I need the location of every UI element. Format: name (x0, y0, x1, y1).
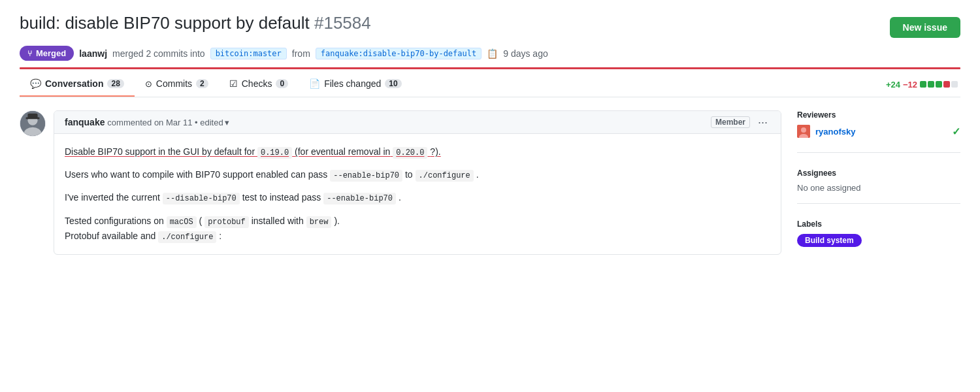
diff-block-5 (951, 81, 958, 88)
code-version2: 0.20.0 (393, 147, 427, 159)
assignees-empty-text: No one assigned (797, 183, 960, 193)
target-branch[interactable]: bitcoin:master (210, 48, 287, 59)
comment-line4-c: installed with (252, 216, 304, 226)
code-version1: 0.19.0 (257, 147, 292, 159)
comment-paragraph-3: I've inverted the current --disable-bip7… (65, 190, 770, 205)
comment-line4-b: ( (199, 216, 203, 226)
pr-header: build: disable BIP70 support by default … (20, 13, 960, 38)
tab-files-changed-label: Files changed (324, 78, 381, 89)
code-configure2: ./configure (158, 231, 216, 243)
merge-time: 9 days ago (503, 48, 548, 59)
merged-label: Merged (36, 48, 66, 58)
code-enable-bip70: --enable-bip70 (330, 170, 402, 182)
tab-conversation-count: 28 (107, 79, 123, 88)
comment-wrapper: fanquake commented on Mar 11 • edited ▾ … (20, 110, 781, 255)
code-protobuf: protobuf (204, 216, 249, 228)
comment-line4-post: ). (334, 216, 340, 226)
comment-line3-post: . (399, 192, 401, 203)
comment-meta-left: fanquake commented on Mar 11 • edited ▾ (65, 117, 229, 127)
label-build-system[interactable]: Build system (797, 234, 862, 247)
sidebar-labels-title: Labels (797, 220, 960, 229)
tabs-bar: 💬 Conversation 28 ⊙ Commits 2 ☑ Checks 0… (20, 69, 960, 97)
new-issue-button[interactable]: New issue (890, 17, 960, 38)
comment-paragraph-4: Tested configurations on macOS ( protobu… (65, 214, 770, 244)
comment-line3-mid: test to instead pass (242, 192, 321, 203)
comment-date-text: commented on Mar 11 (107, 118, 192, 127)
conversation-area: fanquake commented on Mar 11 • edited ▾ … (20, 110, 781, 273)
comment-line1c-text: ?). (430, 146, 440, 157)
more-options-button[interactable]: ··· (755, 116, 770, 128)
sidebar-reviewers-title: Reviewers (797, 110, 960, 120)
comment-line1-text: Disable BIP70 support in the GUI by defa… (65, 146, 255, 157)
comment-header: fanquake commented on Mar 11 • edited ▾ … (54, 111, 781, 134)
code-enable-bip70-2: --enable-bip70 (323, 193, 396, 204)
sidebar-reviewers: Reviewers ryanofsky ✓ (797, 110, 960, 153)
comment-box: fanquake commented on Mar 11 • edited ▾ … (54, 110, 781, 255)
code-brew: brew (306, 216, 332, 228)
code-disable-bip70: --disable-bip70 (163, 193, 240, 204)
edited-dropdown[interactable]: • edited ▾ (195, 118, 229, 127)
git-merge-icon: ⑂ (27, 49, 32, 58)
checks-icon: ☑ (229, 78, 238, 89)
merge-author: laanwj (79, 48, 107, 59)
reviewer-name[interactable]: ryanofsky (815, 127, 855, 137)
comment-paragraph-1: Disable BIP70 support in the GUI by defa… (65, 144, 770, 159)
files-icon: 📄 (309, 78, 320, 89)
member-badge: Member (711, 116, 750, 128)
comment-author[interactable]: fanquake (65, 117, 105, 127)
code-configure1: ./configure (416, 170, 474, 182)
main-layout: fanquake commented on Mar 11 • edited ▾ … (20, 110, 960, 273)
comment-line2-mid: to (405, 169, 413, 180)
comment-paragraph-2: Users who want to compile with BIP70 sup… (65, 167, 770, 182)
diff-additions: +24 (886, 80, 900, 90)
merge-info-bar: ⑂ Merged laanwj merged 2 commits into bi… (20, 46, 960, 61)
sidebar-assignees: Assignees No one assigned (797, 169, 960, 204)
tab-checks-label: Checks (242, 78, 272, 89)
avatar (20, 110, 46, 137)
edited-text: • edited (195, 118, 223, 127)
commits-icon: ⊙ (145, 79, 152, 89)
comment-line2-post: . (476, 169, 479, 180)
svg-point-6 (801, 127, 806, 133)
sidebar-labels: Labels Build system (797, 220, 960, 257)
merge-action-text: merged 2 commits into (112, 48, 205, 59)
comment-line5-pre: Protobuf available and (65, 231, 155, 241)
diff-deletions: −12 (903, 80, 917, 90)
comment-date: commented on Mar 11 • edited ▾ (107, 118, 229, 127)
from-text: from (292, 48, 310, 59)
reviewer-row: ryanofsky ✓ (797, 125, 960, 138)
tab-commits[interactable]: ⊙ Commits 2 (135, 72, 219, 97)
pr-title: build: disable BIP70 support by default … (20, 13, 371, 33)
diff-block-4 (943, 81, 950, 88)
tab-checks-count: 0 (276, 79, 288, 88)
comment-line5-post: : (219, 231, 221, 241)
reviewer-avatar (797, 125, 810, 138)
tab-files-changed-count: 10 (385, 79, 401, 88)
conversation-icon: 💬 (30, 78, 41, 89)
comment-line3-pre: I've inverted the current (65, 192, 160, 203)
comment-actions: Member ··· (711, 116, 770, 128)
diff-blocks (920, 81, 958, 88)
code-macos: macOS (167, 216, 197, 228)
chevron-down-icon: ▾ (225, 118, 229, 127)
tab-checks[interactable]: ☑ Checks 0 (219, 72, 299, 97)
diff-block-3 (936, 81, 942, 88)
pr-number: #15584 (314, 13, 371, 33)
copy-branch-icon[interactable]: 📋 (487, 48, 498, 59)
source-branch[interactable]: fanquake:disable-bip70-by-default (316, 48, 482, 59)
merged-badge: ⑂ Merged (20, 46, 74, 61)
comment-line2-pre: Users who want to compile with BIP70 sup… (65, 169, 327, 180)
tab-files-changed[interactable]: 📄 Files changed 10 (299, 72, 412, 97)
svg-rect-4 (27, 114, 37, 119)
reviewer-check-icon: ✓ (952, 125, 960, 138)
tab-conversation-label: Conversation (45, 78, 103, 89)
diff-block-2 (928, 81, 934, 88)
diff-block-1 (920, 81, 926, 88)
tab-conversation[interactable]: 💬 Conversation 28 (20, 72, 135, 97)
comment-line-1: Disable BIP70 support in the GUI by defa… (65, 146, 441, 157)
sidebar: Reviewers ryanofsky ✓ Assignees No one a… (797, 110, 960, 273)
diff-stats: +24 −12 (886, 80, 960, 90)
comment-line1b-text: (for eventual removal in (295, 146, 390, 157)
comment-body: Disable BIP70 support in the GUI by defa… (54, 134, 781, 254)
tab-commits-label: Commits (156, 78, 192, 89)
